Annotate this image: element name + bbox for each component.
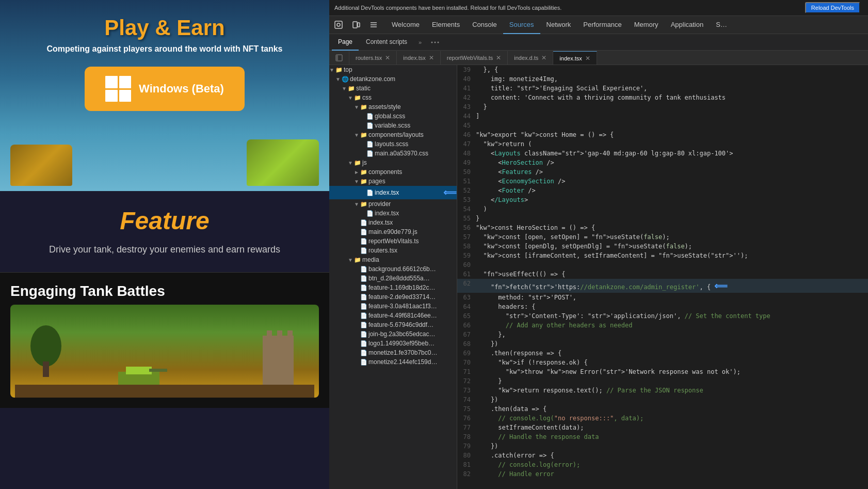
tree-item[interactable]: ▼📁media: [329, 255, 457, 264]
code-line: 82 // Handle error: [457, 469, 868, 479]
tree-label: global.scss: [375, 113, 457, 120]
inspect-icon[interactable]: [332, 18, 345, 31]
tab-application[interactable]: Application: [665, 16, 710, 34]
tree-item[interactable]: 📄main.a0a53970.css: [329, 149, 457, 158]
code-line: 80 .catch(error => {: [457, 451, 868, 460]
tree-item[interactable]: 📄feature-3.0a481aac1f3…: [329, 302, 457, 311]
tab-ellipsis[interactable]: [427, 34, 443, 51]
devtools-top-tabbar: Welcome Elements Console Sources Network…: [329, 16, 868, 34]
tab-elements[interactable]: Elements: [426, 16, 466, 34]
svg-point-20: [438, 41, 439, 43]
tree-item[interactable]: 📄background.66612c6b…: [329, 264, 457, 274]
tree-item[interactable]: 📄monetize1.fe370b7bc0…: [329, 348, 457, 357]
svg-rect-22: [336, 55, 338, 61]
close-index-d-tab[interactable]: ✕: [541, 54, 546, 61]
line-content: <Features />: [476, 167, 868, 177]
tab-performance[interactable]: Performance: [577, 16, 628, 34]
code-line: 77 setIframeContent(data);: [457, 423, 868, 432]
line-number: 47: [457, 139, 476, 149]
tab-welcome[interactable]: Welcome: [385, 16, 426, 34]
file-icon: 📄: [366, 190, 375, 196]
code-line: 62 "fn">fetch("str">'https://detankzone.…: [457, 279, 868, 293]
folder-icon: 📁: [335, 67, 344, 73]
tree-item[interactable]: 📄feature-1.169db18d2c…: [329, 283, 457, 292]
tree-item[interactable]: 📄logo1.149903ef95beb…: [329, 339, 457, 348]
close-index-active-tab[interactable]: ✕: [585, 55, 590, 62]
tree-label: provider: [368, 200, 457, 208]
tree-item[interactable]: 📄feature-2.de9ed33714…: [329, 292, 457, 302]
file-tab-index-active[interactable]: index.tsx ✕: [553, 51, 597, 65]
close-index1-tab[interactable]: ✕: [429, 54, 434, 61]
code-line: 40 img: monetize4Img,: [457, 74, 868, 84]
tab-more[interactable]: S…: [710, 16, 733, 34]
tree-item[interactable]: ▼📁provider: [329, 199, 457, 209]
tree-item[interactable]: ▼📁css: [329, 93, 457, 102]
svg-point-1: [30, 325, 61, 367]
tree-label: top: [344, 66, 457, 73]
line-number: 82: [457, 469, 476, 479]
tree-item[interactable]: 📄index.tsx: [329, 218, 457, 227]
device-mode-icon[interactable]: [349, 18, 363, 31]
tree-item[interactable]: ►📁components: [329, 167, 457, 177]
tree-item[interactable]: ▼🌐detankzone.com: [329, 74, 457, 84]
tab-sources[interactable]: Sources: [503, 16, 540, 34]
tree-item[interactable]: ▼📁top: [329, 65, 457, 74]
tree-item[interactable]: 📄join-bg.2a3bc65edcac…: [329, 329, 457, 339]
code-annotation-arrow: ⟸: [714, 280, 728, 291]
file-tab-index-d[interactable]: index.d.ts ✕: [508, 51, 553, 65]
tree-item[interactable]: ▼📁components/layouts: [329, 130, 457, 139]
svg-rect-5: [277, 330, 282, 341]
tab-memory[interactable]: Memory: [628, 16, 665, 34]
line-content: // Handle error: [476, 469, 868, 479]
line-content: "kw">export "kw">const Home = () => {: [476, 130, 868, 139]
tree-item[interactable]: ▼📁assets/style: [329, 102, 457, 112]
tab-content-scripts[interactable]: Content scripts: [360, 34, 413, 51]
engaging-title: Engaging Tank Battles: [10, 283, 319, 299]
hamburger-icon[interactable]: [367, 18, 380, 31]
tab-console[interactable]: Console: [466, 16, 503, 34]
close-reportwebvitals-tab[interactable]: ✕: [496, 54, 501, 61]
line-number: 53: [457, 195, 476, 204]
notification-text: Additional DevTools components have been…: [334, 5, 561, 11]
tab-more-arrow[interactable]: »: [414, 34, 426, 51]
windows-button[interactable]: Windows (Beta): [85, 67, 245, 111]
tree-arrow-icon: ▼: [335, 76, 342, 82]
tree-item[interactable]: 📄main.e90de779.js: [329, 227, 457, 236]
tree-item[interactable]: ▼📁static: [329, 84, 457, 93]
code-line: 66 // Add any other headers as needed: [457, 321, 868, 330]
tree-item[interactable]: 📄index.tsx⟸: [329, 186, 457, 199]
tree-item[interactable]: 📄index.tsx: [329, 209, 457, 218]
tree-arrow-icon: ▼: [342, 86, 348, 91]
tab-network[interactable]: Network: [540, 16, 577, 34]
file-tab-reportwebvitals[interactable]: reportWebVitals.ts ✕: [441, 51, 508, 65]
tree-item[interactable]: 📄variable.scss: [329, 121, 457, 130]
tree-item[interactable]: 📄feature-4.49f681c46ee…: [329, 311, 457, 320]
tree-label: assets/style: [368, 103, 457, 111]
tree-item[interactable]: 📄monetize2.144efc159d…: [329, 357, 457, 367]
line-content: "fn">fetch("str">'https://detankzone.com…: [476, 279, 868, 293]
tree-item[interactable]: 📄layouts.scss: [329, 139, 457, 149]
file-tab-index-1[interactable]: index.tsx ✕: [397, 51, 440, 65]
code-line: 81 // console.log(error);: [457, 460, 868, 469]
tree-label: monetize1.fe370b7bc0…: [368, 349, 457, 356]
file-tabs-bar: routers.tsx ✕ index.tsx ✕ reportWebVital…: [329, 51, 868, 65]
file-tab-sidebar-toggle[interactable]: [329, 51, 349, 65]
line-content: }): [476, 395, 868, 404]
tree-item[interactable]: 📄btn_d.28e8ddd555a…: [329, 274, 457, 283]
tree-item[interactable]: 📄feature-5.67946c9ddf…: [329, 320, 457, 329]
line-content: }, {: [476, 65, 868, 74]
file-tab-routers[interactable]: routers.tsx ✕: [349, 51, 397, 65]
line-number: 72: [457, 376, 476, 386]
close-routers-tab[interactable]: ✕: [385, 54, 390, 61]
code-editor[interactable]: 39 }, {40 img: monetize4Img,41 title: "s…: [457, 65, 868, 489]
file-tree: ▼📁top▼🌐detankzone.com▼📁static▼📁css▼📁asse…: [329, 65, 457, 489]
tree-item[interactable]: 📄global.scss: [329, 112, 457, 121]
reload-devtools-button[interactable]: Reload DevTools: [805, 2, 860, 13]
svg-rect-8: [126, 367, 152, 374]
line-content: <Layouts className="str">'gap-40 md:gap-…: [476, 149, 868, 158]
tree-item[interactable]: ▼📁js: [329, 158, 457, 167]
tab-page[interactable]: Page: [332, 34, 359, 51]
tree-item[interactable]: ▼📁pages: [329, 177, 457, 186]
tree-item[interactable]: 📄reportWebVitals.ts: [329, 236, 457, 246]
tree-item[interactable]: 📄routers.tsx: [329, 246, 457, 255]
